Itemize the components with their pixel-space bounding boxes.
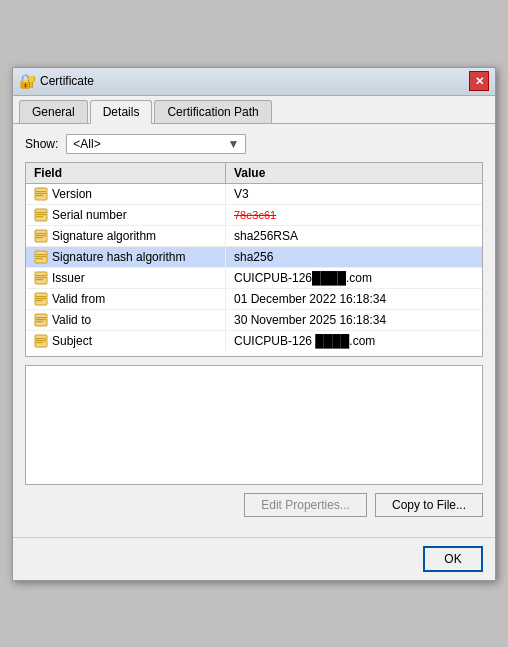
bottom-buttons: OK: [13, 537, 495, 580]
svg-rect-22: [36, 298, 46, 299]
field-name: Issuer: [52, 271, 85, 285]
table-row[interactable]: Signature hash algorithm sha256: [26, 247, 482, 268]
table-row[interactable]: Issuer CUICPUB-126████.com: [26, 268, 482, 289]
certificate-dialog: 🔐 Certificate ✕ General Details Certific…: [12, 67, 496, 581]
window-title: Certificate: [40, 74, 94, 88]
field-name: Signature algorithm: [52, 229, 156, 243]
content-area: Show: <All> ▼ Field Value Version: [13, 124, 495, 527]
svg-rect-23: [36, 300, 43, 301]
show-label: Show:: [25, 137, 58, 151]
table-row[interactable]: Valid to 30 November 2025 16:18:34: [26, 310, 482, 331]
field-value: 01 December 2022 16:18:34: [234, 292, 386, 306]
table-row[interactable]: Serial number 78e3c61: [26, 205, 482, 226]
field-value: sha256: [234, 250, 273, 264]
title-icon: 🔐: [19, 73, 35, 89]
svg-rect-5: [36, 212, 46, 213]
table-row[interactable]: Valid from 01 December 2022 16:18:34: [26, 289, 482, 310]
svg-rect-14: [36, 256, 46, 257]
svg-rect-7: [36, 216, 43, 217]
svg-rect-26: [36, 319, 46, 320]
copy-to-file-button[interactable]: Copy to File...: [375, 493, 483, 517]
field-value: V3: [234, 187, 249, 201]
field-name: Valid to: [52, 313, 91, 327]
svg-rect-21: [36, 296, 46, 297]
title-bar: 🔐 Certificate ✕: [13, 68, 495, 96]
svg-rect-9: [36, 233, 46, 234]
field-cell: Subject: [26, 331, 226, 351]
field-icon: [34, 334, 48, 348]
field-icon: [34, 229, 48, 243]
svg-rect-13: [36, 254, 46, 255]
field-name: Valid from: [52, 292, 105, 306]
tab-certpath[interactable]: Certification Path: [154, 100, 271, 123]
fields-table: Field Value Version V3: [25, 162, 483, 357]
svg-rect-1: [36, 191, 46, 192]
tab-bar: General Details Certification Path: [13, 96, 495, 124]
value-cell: 01 December 2022 16:18:34: [226, 289, 482, 309]
tab-details[interactable]: Details: [90, 100, 153, 124]
field-cell: Version: [26, 184, 226, 204]
svg-rect-27: [36, 321, 43, 322]
field-cell: Valid from: [26, 289, 226, 309]
field-icon: [34, 208, 48, 222]
table-row[interactable]: Subject CUICPUB-126 ████.com: [26, 331, 482, 351]
svg-rect-2: [36, 193, 46, 194]
value-cell: CUICPUB-126████.com: [226, 268, 482, 288]
field-value: sha256RSA: [234, 229, 298, 243]
show-dropdown[interactable]: <All> ▼: [66, 134, 246, 154]
field-value-redacted: 78e3c61: [234, 209, 276, 221]
value-cell: 30 November 2025 16:18:34: [226, 310, 482, 330]
svg-rect-15: [36, 258, 43, 259]
tab-general[interactable]: General: [19, 100, 88, 123]
field-cell: Signature algorithm: [26, 226, 226, 246]
svg-rect-10: [36, 235, 46, 236]
svg-rect-25: [36, 317, 46, 318]
column-value: Value: [226, 163, 482, 183]
field-name: Subject: [52, 334, 92, 348]
svg-rect-3: [36, 195, 43, 196]
action-buttons: Edit Properties... Copy to File...: [25, 493, 483, 517]
svg-rect-17: [36, 275, 46, 276]
value-cell: sha256RSA: [226, 226, 482, 246]
field-name: Version: [52, 187, 92, 201]
field-icon: [34, 313, 48, 327]
field-name: Signature hash algorithm: [52, 250, 185, 264]
svg-rect-30: [36, 340, 46, 341]
detail-box: [25, 365, 483, 485]
edit-properties-button[interactable]: Edit Properties...: [244, 493, 367, 517]
table-header: Field Value: [26, 163, 482, 184]
field-icon: [34, 271, 48, 285]
ok-button[interactable]: OK: [423, 546, 483, 572]
column-field: Field: [26, 163, 226, 183]
field-cell: Issuer: [26, 268, 226, 288]
close-button[interactable]: ✕: [469, 71, 489, 91]
field-value: 30 November 2025 16:18:34: [234, 313, 386, 327]
svg-rect-29: [36, 338, 46, 339]
dropdown-arrow-icon: ▼: [227, 137, 239, 151]
svg-rect-18: [36, 277, 46, 278]
field-icon: [34, 250, 48, 264]
svg-rect-31: [36, 342, 43, 343]
field-icon: [34, 292, 48, 306]
field-value: CUICPUB-126 ████.com: [234, 334, 375, 348]
show-row: Show: <All> ▼: [25, 134, 483, 154]
value-cell: V3: [226, 184, 482, 204]
table-row[interactable]: Signature algorithm sha256RSA: [26, 226, 482, 247]
field-value: CUICPUB-126████.com: [234, 271, 372, 285]
value-cell: sha256: [226, 247, 482, 267]
svg-rect-19: [36, 279, 43, 280]
field-cell: Valid to: [26, 310, 226, 330]
svg-rect-6: [36, 214, 46, 215]
table-body: Version V3 Serial number 78e3c: [26, 184, 482, 351]
field-name: Serial number: [52, 208, 127, 222]
show-value: <All>: [73, 137, 100, 151]
table-row[interactable]: Version V3: [26, 184, 482, 205]
svg-rect-11: [36, 237, 43, 238]
field-icon: [34, 187, 48, 201]
value-cell: 78e3c61: [226, 205, 482, 225]
field-cell: Serial number: [26, 205, 226, 225]
value-cell: CUICPUB-126 ████.com: [226, 331, 482, 351]
field-cell: Signature hash algorithm: [26, 247, 226, 267]
title-bar-left: 🔐 Certificate: [19, 73, 94, 89]
